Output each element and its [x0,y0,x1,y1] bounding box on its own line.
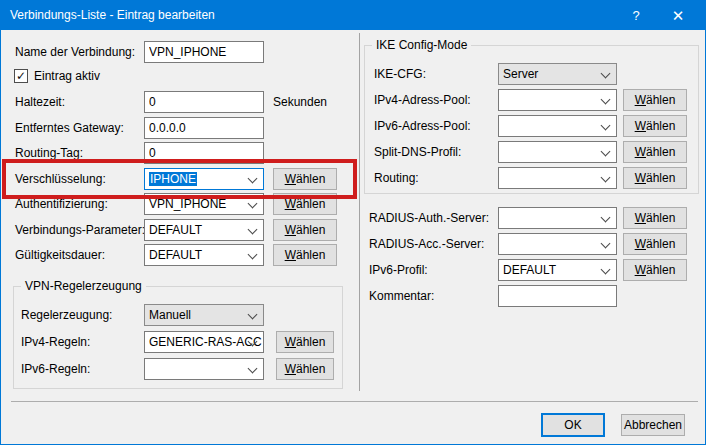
vpn-rules-group-title: VPN-Regelerzeugung [21,280,146,292]
comment-input[interactable] [498,285,617,307]
ipv6-pool-combo[interactable] [498,115,617,137]
radius-auth-combo[interactable] [498,207,617,229]
validity-combo[interactable]: DEFAULT [144,244,264,266]
authentication-choose-button[interactable]: Wählen [273,193,337,215]
chevron-down-icon [601,213,611,223]
split-dns-label: Split-DNS-Profil: [374,141,461,163]
ipv4-rules-label: IPv4-Regeln: [21,331,90,353]
ipv6-profile-combo[interactable]: DEFAULT [498,259,617,281]
ipv4-pool-combo[interactable] [498,89,617,111]
radius-acc-label: RADIUS-Acc.-Server: [369,233,484,255]
encryption-combo[interactable]: IPHONE [144,168,264,190]
chevron-down-icon [248,310,258,320]
rule-creation-dropdown[interactable]: Manuell [144,304,264,326]
ike-cfg-label: IKE-CFG: [374,63,426,85]
chevron-down-icon [601,95,611,105]
chevron-down-icon [601,69,611,79]
ipv4-rules-value: GENERIC-RAS-ACC [149,335,262,349]
chevron-down-icon [248,199,258,209]
connection-name-label: Name der Verbindung: [15,41,135,63]
cancel-button[interactable]: Abbrechen [621,414,685,436]
rule-creation-value: Manuell [149,308,191,322]
ike-routing-choose-button[interactable]: Wählen [623,167,687,189]
chevron-down-icon [601,239,611,249]
comment-label: Kommentar: [369,285,434,307]
close-button[interactable]: ✕ [661,1,695,30]
ipv6-rules-combo[interactable] [144,358,264,380]
split-dns-choose-button[interactable]: Wählen [623,141,687,163]
ipv4-pool-label: IPv4-Adress-Pool: [374,89,471,111]
authentication-value: VPN_IPHONE [149,197,226,211]
title-bar: Verbindungs-Liste - Eintrag bearbeiten ?… [1,1,705,30]
remote-gateway-input[interactable] [144,117,264,139]
radius-acc-choose-button[interactable]: Wählen [623,233,687,255]
rule-creation-label: Regelerzeugung: [21,304,112,326]
routing-tag-input[interactable] [144,142,264,164]
entry-active-checkbox[interactable]: ✓ [14,69,28,83]
ike-cfg-dropdown[interactable]: Server [498,63,617,85]
edit-entry-dialog: Verbindungs-Liste - Eintrag bearbeiten ?… [0,0,706,445]
chevron-down-icon [248,364,258,374]
ipv6-rules-choose-button[interactable]: Wählen [276,358,334,380]
authentication-combo[interactable]: VPN_IPHONE [144,193,264,215]
chevron-down-icon [248,225,258,235]
validity-choose-button[interactable]: Wählen [273,244,337,266]
encryption-label: Verschlüsselung: [15,168,106,190]
remote-gateway-label: Entferntes Gateway: [15,117,124,139]
ipv4-rules-choose-button[interactable]: Wählen [276,331,334,353]
ike-routing-combo[interactable] [498,167,617,189]
ipv4-rules-combo[interactable]: GENERIC-RAS-ACC [144,331,264,353]
holdtime-label: Haltezeit: [15,91,65,113]
chevron-down-icon [248,174,258,184]
connection-params-choose-button[interactable]: Wählen [273,219,337,241]
window-title: Verbindungs-Liste - Eintrag bearbeiten [10,1,215,30]
ipv4-pool-choose-button[interactable]: Wählen [623,89,687,111]
ike-cfg-value: Server [503,67,538,81]
ipv6-pool-label: IPv6-Adress-Pool: [374,115,471,137]
connection-params-combo[interactable]: DEFAULT [144,219,264,241]
ipv6-pool-choose-button[interactable]: Wählen [623,115,687,137]
chevron-down-icon [601,173,611,183]
ike-routing-label: Routing: [374,167,419,189]
authentication-label: Authentifizierung: [15,193,108,215]
radius-auth-label: RADIUS-Auth.-Server: [369,207,489,229]
chevron-down-icon [248,250,258,260]
encryption-selected-text: IPHONE [149,172,197,186]
chevron-down-icon [601,265,611,275]
holdtime-input[interactable] [144,91,264,113]
ipv6-profile-label: IPv6-Profil: [369,259,428,281]
ok-button[interactable]: OK [541,413,605,437]
ipv6-profile-choose-button[interactable]: Wählen [623,259,687,281]
footer-divider [11,401,698,402]
ipv6-profile-value: DEFAULT [503,263,556,277]
radius-auth-choose-button[interactable]: Wählen [623,207,687,229]
checkmark-icon: ✓ [15,70,27,82]
connection-params-value: DEFAULT [149,223,202,237]
chevron-down-icon [601,147,611,157]
holdtime-unit-label: Sekunden [273,91,327,113]
split-dns-combo[interactable] [498,141,617,163]
routing-tag-label: Routing-Tag: [15,142,83,164]
help-button[interactable]: ? [619,1,653,30]
ike-group-title: IKE Config-Mode [372,39,471,51]
chevron-down-icon [601,121,611,131]
ipv6-rules-label: IPv6-Regeln: [21,358,90,380]
validity-label: Gültigkeitsdauer: [15,244,105,266]
entry-active-label: Eintrag aktiv [34,65,100,87]
column-divider [359,33,360,391]
encryption-choose-button[interactable]: Wählen [273,168,337,190]
connection-name-input[interactable] [144,41,264,63]
connection-params-label: Verbindungs-Parameter: [15,219,145,241]
validity-value: DEFAULT [149,248,202,262]
radius-acc-combo[interactable] [498,233,617,255]
